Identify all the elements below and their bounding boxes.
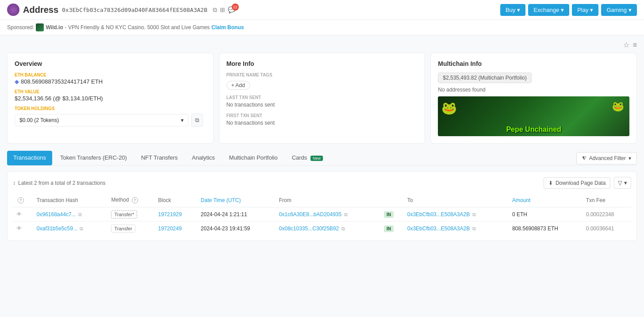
txn-hash-link[interactable]: 0xaf31b5e5c59... — [37, 225, 77, 232]
row-method-cell: Transfer — [107, 222, 154, 236]
info-cards: Overview ETH BALANCE ◆ 808.5690887353244… — [7, 53, 637, 144]
copy-from-button[interactable]: ⧉ — [344, 212, 348, 218]
add-tag-button[interactable]: + Add — [226, 81, 250, 90]
overview-title: Overview — [15, 60, 206, 67]
row-direction-cell: IN — [380, 222, 404, 236]
no-addresses-text: No addresses found — [438, 87, 629, 93]
col-amount: Amount — [509, 193, 583, 207]
table-row: 👁 0xaf31b5e5c59... ⧉ Transfer 19720249 2… — [13, 222, 631, 236]
tab-nft-transfers[interactable]: NFT Transfers — [135, 151, 184, 165]
toolbar: ☆ ≡ — [7, 41, 637, 49]
copy-from-button[interactable]: ⧉ — [341, 226, 345, 232]
token-holdings-dropdown[interactable]: $0.00 (2 Tokens) ▾ — [15, 114, 188, 126]
gaming-button[interactable]: Gaming ▾ — [601, 4, 637, 16]
to-address-link[interactable]: 0x3EbCfb03...E508A3A2B — [407, 225, 470, 232]
eth-balance-label: ETH BALANCE — [15, 73, 206, 77]
row-datetime-cell: 2024-04-23 19:41:59 — [197, 222, 276, 236]
star-button[interactable]: ☆ — [623, 41, 629, 49]
header-icons: ⧉ ⊞ 💬 12 — [213, 6, 235, 14]
sort-icon: ↕ — [13, 180, 15, 186]
method-help-icon[interactable]: ? — [132, 197, 138, 203]
block-link[interactable]: 19721929 — [158, 211, 181, 218]
token-select-row: $0.00 (2 Tokens) ▾ ⧉ — [15, 114, 206, 127]
exchange-button[interactable]: Exchange ▾ — [528, 4, 569, 16]
method-badge: Transfer — [111, 225, 135, 233]
filter-chevron-icon: ▾ — [624, 180, 627, 186]
download-icon: ⬇ — [548, 180, 553, 186]
copy-token-button[interactable]: ⧉ — [191, 114, 203, 127]
copy-address-button[interactable]: ⧉ — [213, 6, 217, 14]
filter-icon-button[interactable]: ▽ ▾ — [614, 177, 631, 189]
col-block: Block — [154, 193, 197, 207]
chevron-down-icon: ▾ — [629, 155, 631, 161]
col-to: To — [404, 193, 509, 207]
dropdown-chevron-icon: ▾ — [181, 117, 184, 123]
qr-code-button[interactable]: ⊞ — [220, 6, 225, 14]
row-eye-cell: 👁 — [13, 207, 33, 222]
col-fee: Txn Fee — [583, 193, 631, 207]
copy-hash-button[interactable]: ⧉ — [78, 212, 82, 218]
row-fee-cell: 0.00022348 — [583, 207, 631, 222]
eth-value-value: $2,534,136.56 (@ $3,134.10/ETH) — [15, 95, 206, 102]
col-hash: Transaction Hash — [33, 193, 108, 207]
tabs-row: Transactions Token Transfers (ERC-20) NF… — [7, 151, 637, 166]
more-info-title: More Info — [226, 60, 418, 67]
overview-card: Overview ETH BALANCE ◆ 808.5690887353244… — [7, 53, 214, 144]
col-direction — [380, 193, 404, 207]
tab-multichain-portfolio[interactable]: Multichain Portfolio — [223, 151, 284, 165]
method-badge: Transfer* — [111, 210, 137, 218]
from-address-link[interactable]: 0x1c6A30E8...bAD204935 — [279, 211, 341, 218]
table-header-row: ↕ Latest 2 from a total of 2 transaction… — [13, 177, 631, 189]
multichain-card: Multichain Info $2,535,493.82 (Multichai… — [430, 53, 637, 144]
main-content: ☆ ≡ Overview ETH BALANCE ◆ 808.569088735… — [0, 35, 644, 246]
transactions-table: ? Transaction Hash Method ? Block Date T… — [13, 193, 631, 235]
play-button[interactable]: Play ▾ — [572, 4, 598, 16]
etherscan-logo — [7, 4, 19, 16]
row-from-cell: 0x08c10335...C30f25B92 ⧉ — [276, 222, 380, 236]
copy-to-button[interactable]: ⧉ — [472, 226, 476, 232]
row-datetime-cell: 2024-04-24 1:21:11 — [197, 207, 276, 222]
tab-transactions[interactable]: Transactions — [7, 151, 52, 165]
table-actions: ⬇ Download Page Data ▽ ▾ — [544, 177, 631, 189]
new-badge: New — [310, 156, 323, 161]
multichain-title: Multichain Info — [438, 60, 629, 67]
row-from-cell: 0x1c6A30E8...bAD204935 ⧉ — [276, 207, 380, 222]
tab-token-transfers[interactable]: Token Transfers (ERC-20) — [54, 151, 133, 165]
tab-cards[interactable]: Cards New — [286, 151, 329, 165]
ad-banner[interactable]: Ad 🐸 🐸 Pepe Unchained — [438, 96, 629, 136]
row-block-cell: 19720249 — [154, 222, 197, 236]
tab-analytics[interactable]: Analytics — [186, 151, 221, 165]
page-title: Address — [23, 5, 58, 15]
notifications-button[interactable]: 💬 12 — [228, 6, 235, 14]
eye-button[interactable]: 👁 — [16, 211, 22, 218]
table-row: 👁 0x96168a44c7... ⧉ Transfer* 19721929 2… — [13, 207, 631, 222]
buy-button[interactable]: Buy ▾ — [500, 4, 525, 16]
header: Address 0x3EbCfb03ca78326d09aD40FA83664f… — [0, 0, 644, 20]
block-link[interactable]: 19720249 — [158, 225, 181, 232]
copy-hash-button[interactable]: ⧉ — [80, 226, 83, 232]
eye-button[interactable]: 👁 — [16, 225, 22, 232]
to-address-link[interactable]: 0x3EbCfb03...E508A3A2B — [407, 211, 470, 218]
private-name-tags-label: PRIVATE NAME TAGS — [226, 73, 418, 77]
txn-hash-link[interactable]: 0x96168a44c7... — [37, 211, 76, 218]
address-value: 0x3EbCfb03ca78326d09aD40FA83664fEE508A3A… — [62, 7, 207, 13]
token-holdings-label: TOKEN HOLDINGS — [15, 106, 206, 111]
eth-balance-value: ◆ 808.569088735324417147 ETH — [15, 78, 206, 85]
wildio-logo — [36, 23, 44, 31]
first-txn-value: No transactions sent — [226, 120, 418, 126]
pepe-unchained-text: Pepe Unchained — [506, 126, 561, 134]
col-method: Method ? — [107, 193, 154, 207]
eth-value-label: ETH VALUE — [15, 89, 206, 94]
copy-to-button[interactable]: ⧉ — [472, 212, 476, 218]
col-datetime[interactable]: Date Time (UTC) — [197, 193, 276, 207]
from-address-link[interactable]: 0x08c10335...C30f25B92 — [279, 225, 339, 232]
eth-diamond-icon: ◆ — [15, 78, 19, 85]
help-icon[interactable]: ? — [18, 197, 24, 203]
claim-bonus-link[interactable]: Claim Bonus — [211, 24, 244, 31]
row-direction-cell: IN — [380, 207, 404, 222]
list-view-button[interactable]: ≡ — [633, 41, 637, 49]
header-nav-buttons: Buy ▾ Exchange ▾ Play ▾ Gaming ▾ — [500, 4, 637, 16]
sponsored-description: - VPN Friendly & NO KYC Casino. 5000 Slo… — [65, 24, 210, 31]
download-page-data-button[interactable]: ⬇ Download Page Data — [544, 177, 610, 189]
advanced-filter-button[interactable]: ⧨ Advanced Filter ▾ — [576, 152, 637, 164]
